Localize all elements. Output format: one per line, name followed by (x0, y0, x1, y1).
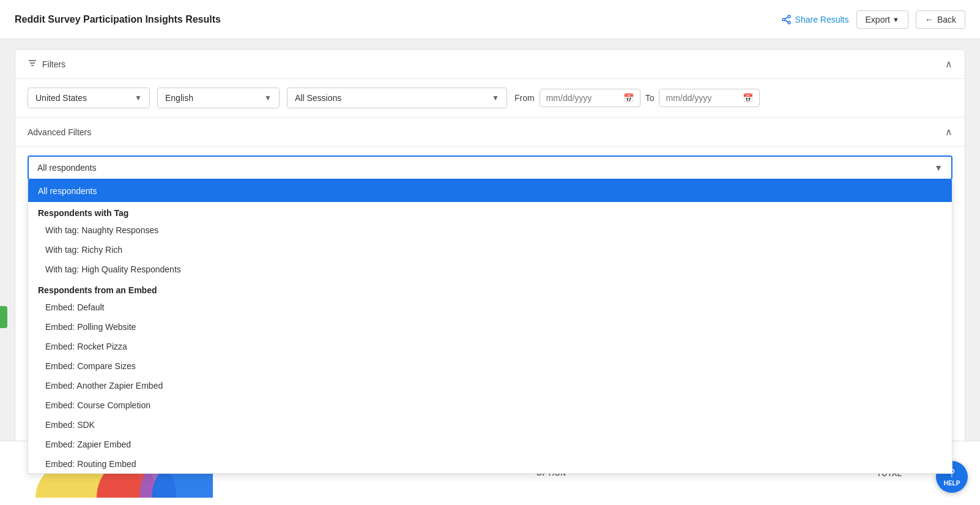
language-chevron-icon: ▼ (264, 94, 272, 102)
date-from-input-wrapper: 📅 (540, 89, 640, 107)
advanced-filter-value: All respondents (37, 163, 934, 173)
date-to-label: To (645, 93, 655, 103)
dropdown-item-embed-default[interactable]: Embed: Default (28, 297, 952, 317)
share-results-label: Share Results (795, 15, 849, 24)
filters-header: Filters ∧ (15, 50, 965, 79)
advanced-filter-dropdown[interactable]: All respondents Respondents with Tag Wit… (28, 180, 952, 474)
sessions-filter[interactable]: All Sessions ▼ (287, 88, 507, 108)
header: Reddit Survey Participation Insights Res… (0, 0, 980, 39)
help-label: HELP (944, 480, 960, 487)
date-from-label: From (514, 93, 535, 103)
page-title: Reddit Survey Participation Insights Res… (15, 14, 221, 25)
filters-collapse-icon[interactable]: ∧ (945, 58, 952, 70)
page-wrapper: Reddit Survey Participation Insights Res… (0, 0, 980, 505)
filters-row: United States ▼ English ▼ All Sessions ▼… (15, 79, 965, 118)
back-label: Back (937, 15, 956, 24)
date-to-input-wrapper: 📅 (659, 89, 760, 107)
advanced-filters-header: Advanced Filters ∧ (15, 118, 965, 147)
date-group: From 📅 To 📅 (514, 89, 952, 107)
filters-label: Filters (42, 59, 65, 69)
dropdown-item-tag-richy[interactable]: With tag: Richy Rich (28, 240, 952, 260)
country-filter[interactable]: United States ▼ (28, 88, 150, 108)
dropdown-item-tag-naughty[interactable]: With tag: Naughty Responses (28, 220, 952, 240)
dropdown-item-embed-zapier[interactable]: Embed: Another Zapier Embed (28, 376, 952, 395)
date-from-input[interactable] (546, 93, 620, 103)
dropdown-item-embed-rocket-pizza[interactable]: Embed: Rocket Pizza (28, 337, 952, 356)
filter-icon (28, 58, 37, 70)
share-icon (782, 15, 792, 24)
advanced-filter-chevron-icon: ▼ (934, 163, 943, 173)
header-actions: Share Results Export ▼ ← Back (782, 10, 965, 29)
sessions-filter-value: All Sessions (295, 93, 487, 103)
green-indicator (0, 306, 7, 328)
calendar-to-icon: 📅 (743, 93, 753, 103)
advanced-filter-select[interactable]: All respondents ▼ (28, 155, 952, 180)
export-button[interactable]: Export ▼ (856, 10, 908, 29)
dropdown-item-embed-course[interactable]: Embed: Course Completion (28, 395, 952, 415)
filters-header-left: Filters (28, 58, 65, 70)
export-chevron-icon: ▼ (893, 16, 899, 23)
back-arrow-icon: ← (925, 15, 934, 24)
svg-point-0 (788, 15, 790, 18)
main-content: Filters ∧ United States ▼ English ▼ All … (0, 39, 980, 492)
export-label: Export (866, 15, 890, 24)
svg-point-2 (782, 18, 785, 21)
dropdown-item-tag-high-quality[interactable]: With tag: High Quality Respondents (28, 260, 952, 279)
svg-line-4 (785, 20, 788, 22)
dropdown-item-all-respondents[interactable]: All respondents (28, 180, 952, 202)
advanced-filters-label: Advanced Filters (28, 127, 91, 137)
share-results-button[interactable]: Share Results (782, 15, 849, 24)
dropdown-item-embed-zapier2[interactable]: Embed: Zapier Embed (28, 435, 952, 454)
calendar-from-icon: 📅 (623, 93, 634, 103)
filters-panel: Filters ∧ United States ▼ English ▼ All … (15, 49, 965, 474)
dropdown-item-embed-sdk[interactable]: Embed: SDK (28, 415, 952, 435)
country-filter-value: United States (35, 93, 130, 103)
advanced-filter-select-wrapper: All respondents ▼ (15, 147, 965, 180)
language-filter-value: English (165, 93, 259, 103)
language-filter[interactable]: English ▼ (157, 88, 280, 108)
dropdown-group-respondents-with-tag: Respondents with Tag (28, 202, 952, 220)
sessions-chevron-icon: ▼ (492, 94, 499, 102)
svg-point-1 (788, 21, 790, 24)
date-to-input[interactable] (666, 93, 739, 103)
country-chevron-icon: ▼ (135, 94, 142, 102)
dropdown-item-embed-polling[interactable]: Embed: Polling Website (28, 317, 952, 337)
dropdown-item-embed-compare-sizes[interactable]: Embed: Compare Sizes (28, 356, 952, 376)
svg-line-3 (785, 17, 788, 19)
advanced-filters-collapse-icon[interactable]: ∧ (945, 126, 952, 138)
dropdown-item-embed-routing[interactable]: Embed: Routing Embed (28, 454, 952, 474)
dropdown-group-respondents-from-embed: Respondents from an Embed (28, 279, 952, 297)
back-button[interactable]: ← Back (916, 10, 965, 29)
